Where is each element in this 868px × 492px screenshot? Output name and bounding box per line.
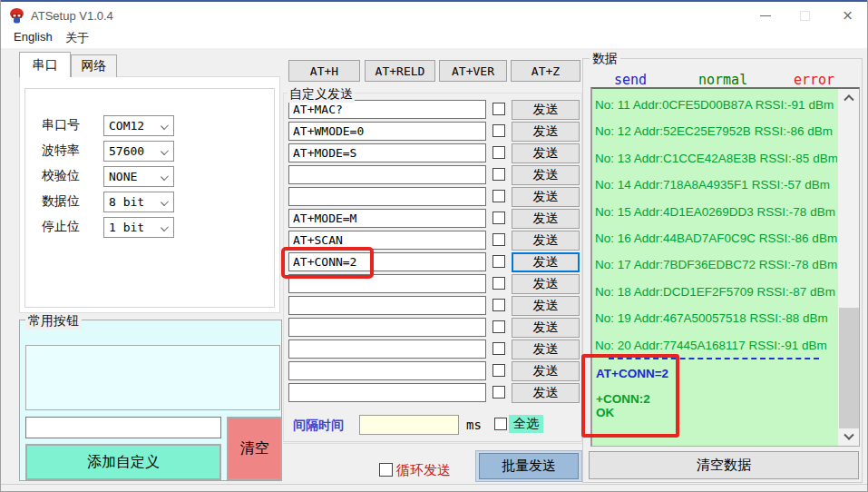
scrollbar[interactable] (837, 89, 859, 446)
row-checkbox[interactable] (493, 255, 505, 268)
window-bottom-edge (1, 484, 868, 485)
data-log-area[interactable]: No: 11 Addr:0CFE5D00B87A RSSI:-91 dBmNo:… (590, 87, 860, 447)
title-bar: ATSetup V1.0.4 × (1, 0, 868, 27)
send-button[interactable]: 发送 (512, 143, 580, 163)
tab-serial-port[interactable]: 串口 (19, 52, 71, 77)
custom-send-group-label: 自定义发送 (288, 86, 355, 103)
interval-time-input[interactable] (359, 415, 459, 435)
row-checkbox[interactable] (493, 277, 505, 290)
legend-send: send (614, 72, 647, 88)
row-checkbox[interactable] (493, 342, 505, 355)
row-checkbox[interactable] (493, 299, 505, 311)
menu-bar (1, 27, 868, 48)
combo-box[interactable]: COM12 (103, 115, 174, 136)
quick-command-button[interactable]: AT+Z (511, 60, 580, 82)
combo-box[interactable]: NONE (103, 166, 174, 187)
row-checkbox[interactable] (493, 233, 505, 246)
command-input[interactable] (288, 318, 486, 337)
field-label: 波特率 (42, 143, 80, 159)
command-input[interactable] (288, 274, 486, 293)
combo-box[interactable]: 1 bit (103, 217, 174, 238)
tab-network[interactable]: 网络 (71, 54, 117, 77)
custom-send-row: 发送 (288, 383, 580, 403)
row-checkbox[interactable] (493, 103, 505, 115)
command-input[interactable] (288, 231, 486, 250)
custom-command-input[interactable] (25, 417, 221, 438)
data-log-line: No: 18 Addr:DCD1EF2F5709 RSSI:-87 dBm (595, 279, 822, 305)
chevron-down-icon (161, 147, 169, 155)
chevron-down-icon (161, 172, 169, 181)
command-input[interactable] (288, 209, 486, 228)
command-input[interactable] (288, 383, 486, 402)
row-checkbox[interactable] (493, 124, 505, 137)
row-checkbox[interactable] (493, 190, 505, 202)
row-checkbox[interactable] (493, 320, 505, 333)
send-button[interactable]: 发送 (512, 274, 580, 294)
custom-send-row: 发送 (288, 187, 580, 207)
row-checkbox[interactable] (493, 386, 505, 399)
clear-data-button[interactable]: 清空数据 (589, 451, 859, 479)
combo-value: 57600 (109, 144, 144, 158)
send-button[interactable]: 发送 (512, 187, 580, 207)
field-label: 停止位 (42, 219, 80, 235)
scrollbar-thumb[interactable] (839, 308, 859, 428)
row-checkbox[interactable] (493, 364, 505, 377)
command-input[interactable] (288, 361, 486, 380)
command-input[interactable] (288, 296, 486, 315)
window-title: ATSetup V1.0.4 (31, 9, 113, 23)
send-button[interactable]: 发送 (512, 361, 580, 381)
separator-line (283, 443, 582, 444)
response-line: +CONN:2 (596, 392, 650, 406)
send-button[interactable]: 发送 (512, 296, 580, 316)
clear-button[interactable]: 清空 (227, 417, 282, 480)
combo-box[interactable]: 57600 (103, 141, 174, 162)
command-input[interactable] (288, 165, 486, 184)
send-button[interactable]: 发送 (512, 209, 580, 229)
row-checkbox[interactable] (493, 168, 505, 181)
minimize-button[interactable] (745, 2, 785, 29)
data-log-line: No: 15 Addr:4D1EA0269DD3 RSSI:-78 dBm (595, 199, 822, 225)
send-button[interactable]: 发送 (512, 231, 580, 251)
command-input[interactable] (288, 339, 486, 359)
send-button[interactable]: 发送 (512, 318, 580, 338)
response-line: OK (596, 406, 614, 419)
custom-send-row: 发送 (288, 361, 580, 381)
command-input[interactable] (288, 100, 486, 119)
maximize-icon (800, 11, 810, 21)
send-button[interactable]: 发送 (512, 383, 580, 403)
maximize-button[interactable] (785, 2, 825, 29)
batch-send-button[interactable]: 批量发送 (479, 453, 579, 479)
custom-send-row: 发送 (288, 231, 580, 251)
select-all-checkbox[interactable] (494, 418, 507, 430)
send-button[interactable]: 发送 (512, 339, 580, 359)
interval-unit-label: ms (466, 418, 482, 432)
custom-send-row: 发送 (288, 100, 580, 120)
command-input[interactable] (288, 252, 486, 271)
quick-command-button[interactable]: AT+RELD (365, 60, 435, 82)
combo-box[interactable]: 8 bit (103, 192, 174, 212)
menu-item-english[interactable]: English (14, 30, 53, 44)
quick-command-button[interactable]: AT+H (288, 60, 360, 82)
send-button[interactable]: 发送 (512, 100, 580, 120)
scroll-down-button[interactable] (838, 429, 860, 446)
add-custom-button[interactable]: 添加自定义 (25, 444, 221, 480)
legend-error: error (794, 72, 834, 88)
send-button[interactable]: 发送 (512, 122, 580, 142)
command-input[interactable] (288, 187, 486, 206)
command-input[interactable] (288, 143, 486, 162)
close-button[interactable]: × (827, 2, 868, 29)
loop-send-checkbox[interactable] (379, 463, 393, 477)
menu-item-about[interactable]: 关于 (65, 30, 89, 46)
scroll-up-button[interactable] (838, 89, 860, 105)
send-button[interactable]: 发送 (512, 165, 580, 185)
row-checkbox[interactable] (493, 212, 505, 224)
chevron-down-icon (161, 122, 169, 130)
send-button[interactable]: 发送 (512, 252, 580, 272)
common-buttons-list[interactable] (25, 345, 280, 410)
data-log-line: No: 14 Addr:718A8A4935F1 RSSI:-57 dBm (595, 172, 822, 198)
row-checkbox[interactable] (493, 146, 505, 159)
command-input[interactable] (288, 122, 486, 141)
custom-send-row: 发送 (288, 339, 580, 359)
quick-command-button[interactable]: AT+VER (439, 60, 507, 82)
custom-send-row: 发送 (288, 122, 580, 142)
